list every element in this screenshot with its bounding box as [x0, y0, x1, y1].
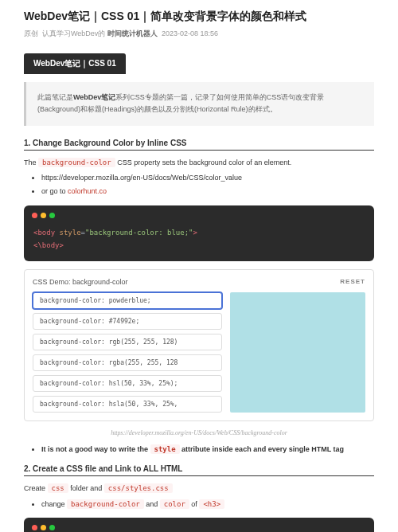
page-title: WebDev笔记｜CSS 01｜简单改变背景字体的颜色和样式 — [24, 10, 374, 24]
demo-option[interactable]: background-color: powderblue; — [33, 292, 222, 309]
code-block: body { background-color: powderblue; } h… — [24, 518, 374, 532]
window-controls — [24, 518, 374, 532]
list-item: It is not a good way to write the style … — [41, 444, 374, 456]
paragraph: The background-color CSS property sets t… — [24, 157, 374, 168]
figure-caption: https://developer.mozilla.org/en-US/docs… — [24, 429, 374, 436]
demo-option[interactable]: background-color: hsl(50, 33%, 25%); — [33, 375, 222, 392]
demo-option[interactable]: background-color: rgb(255, 255, 128) — [33, 334, 222, 350]
intro-block: 此篇笔记是WebDev笔记系列CSS专题的第一篇，记录了如何使用简单的CSS语句… — [24, 82, 374, 126]
list-item: https://developer.mozilla.org/en-US/docs… — [41, 173, 374, 184]
list-item: or go to colorhunt.co — [41, 186, 374, 198]
window-controls — [24, 205, 374, 224]
reset-button[interactable]: RESET — [340, 278, 365, 286]
demo-option[interactable]: background-color: hsla(50, 33%, 25%, — [33, 396, 222, 413]
demo-title: CSS Demo: background-color — [33, 278, 128, 286]
css-demo-panel: CSS Demo: background-color RESET backgro… — [24, 269, 374, 421]
paragraph: Create css folder and css/styles.css — [24, 483, 374, 494]
code-inline: background-color — [38, 158, 115, 167]
code-block: <body style="background-color: blue;"> <… — [24, 205, 374, 261]
demo-option[interactable]: background-color: #74992e; — [33, 313, 222, 330]
series-badge: WebDev笔记｜CSS 01 — [24, 53, 126, 74]
external-link[interactable]: colorhunt.co — [68, 187, 107, 195]
demo-option[interactable]: background-color: rgba(255, 255, 128 — [33, 354, 222, 371]
list-item: change background-color and color of <h3… — [41, 499, 374, 510]
meta-line: 原创 认真学习WebDev的 时间统计机器人 2023-02-08 18:56 — [24, 29, 374, 39]
section-heading-1: 1. Change Background Color by Inline CSS — [24, 139, 374, 151]
section-heading-2: 2. Create a CSS file and Link to ALL HTM… — [24, 464, 374, 476]
color-preview-swatch — [230, 292, 365, 413]
